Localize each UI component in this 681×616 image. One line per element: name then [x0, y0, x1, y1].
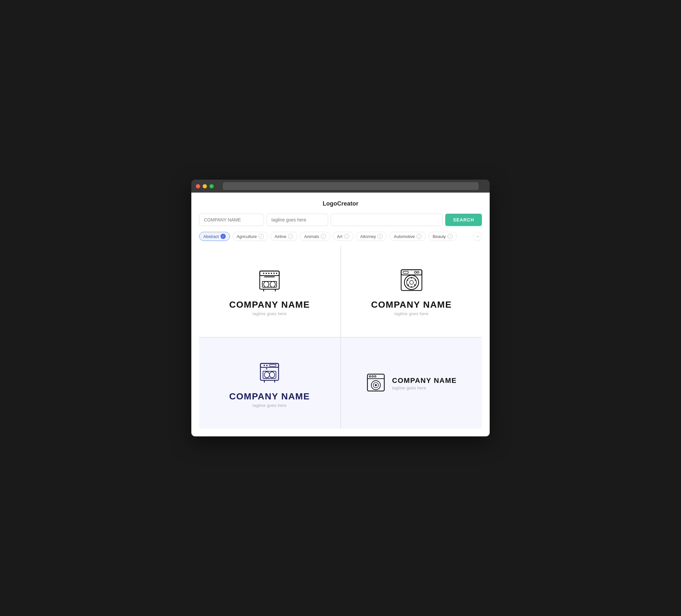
svg-point-3 [266, 273, 267, 274]
svg-point-5 [271, 273, 272, 274]
svg-text:✦: ✦ [265, 367, 268, 370]
logo-grid: COMPANY NAME tagline goes here [199, 246, 482, 429]
svg-point-43 [369, 376, 371, 377]
svg-point-33 [266, 365, 268, 366]
svg-point-37 [264, 372, 270, 378]
filter-chip-art[interactable]: Art [333, 232, 353, 241]
check-icon-art [344, 234, 349, 239]
search-button[interactable]: SEARCH [445, 214, 482, 226]
address-bar[interactable] [223, 182, 479, 190]
check-icon-beauty [448, 234, 453, 239]
svg-point-11 [270, 281, 275, 287]
check-icon-airline [288, 234, 293, 239]
card4-text-block: COMPANY NAME tagline goes here [392, 377, 457, 390]
filter-label: Abstract [203, 234, 219, 239]
svg-rect-34 [270, 364, 276, 366]
browser-titlebar [191, 180, 490, 192]
svg-point-7 [276, 273, 277, 274]
svg-point-19 [414, 272, 417, 273]
svg-point-24 [407, 280, 408, 281]
check-icon-attorney [377, 234, 383, 239]
appliance-icon-3: ✦ [256, 359, 282, 386]
company-name-input[interactable] [199, 214, 264, 226]
svg-point-45 [375, 376, 376, 377]
svg-point-10 [263, 281, 269, 287]
logo-card-2[interactable]: COMPANY NAME tagline goes here [341, 246, 482, 337]
filter-chip-beauty[interactable]: Beauty [428, 232, 457, 241]
filter-chip-automotive[interactable]: Automotive [389, 232, 426, 241]
minimize-button[interactable] [203, 184, 207, 188]
svg-point-4 [268, 273, 270, 274]
svg-point-20 [417, 272, 419, 273]
svg-point-27 [411, 286, 412, 288]
logo-card-3[interactable]: ✦ COMPANY NAME tagline goes here [199, 338, 340, 429]
svg-point-38 [270, 372, 275, 378]
svg-point-48 [375, 384, 377, 386]
tagline-4: tagline goes here [392, 385, 457, 390]
filter-chip-animals[interactable]: Animals [300, 232, 330, 241]
filter-chip-airline[interactable]: Airline [271, 232, 297, 241]
appliance-icon-4 [366, 373, 385, 393]
keyword-input[interactable] [331, 214, 443, 226]
filter-label: Airline [275, 234, 286, 239]
app-content: LogoCreator SEARCH Abstract ✓ Agricultur… [191, 192, 490, 436]
filter-label: Automotive [394, 234, 415, 239]
filter-next-arrow[interactable]: → [473, 232, 482, 241]
svg-point-25 [415, 280, 416, 281]
svg-point-22 [407, 278, 417, 287]
tagline-1: tagline goes here [253, 311, 287, 316]
filter-chip-abstract[interactable]: Abstract ✓ [199, 232, 230, 241]
tagline-2: tagline goes here [394, 311, 428, 316]
filter-label: Art [337, 234, 343, 239]
filter-chip-agriculture[interactable]: Agriculture [232, 232, 268, 241]
svg-point-23 [409, 280, 413, 284]
close-button[interactable] [196, 184, 200, 188]
filter-label: Beauty [433, 234, 446, 239]
filter-chip-attorney[interactable]: Attorney [356, 232, 387, 241]
svg-point-29 [414, 284, 415, 286]
tagline-3: tagline goes here [253, 403, 287, 408]
svg-point-32 [263, 365, 265, 366]
svg-point-26 [411, 277, 412, 279]
maximize-button[interactable] [209, 184, 214, 188]
filter-label: Animals [304, 234, 319, 239]
check-icon-abstract: ✓ [221, 234, 226, 239]
company-name-1: COMPANY NAME [229, 300, 310, 310]
svg-point-6 [273, 273, 275, 274]
check-icon-automotive [417, 234, 422, 239]
filter-bar: Abstract ✓ Agriculture Airline Animals A… [199, 232, 482, 241]
check-icon-animals [321, 234, 326, 239]
svg-point-28 [408, 284, 409, 286]
filter-label: Agriculture [237, 234, 257, 239]
appliance-icon-2 [399, 267, 425, 294]
logo-card-4[interactable]: COMPANY NAME tagline goes here [341, 338, 482, 429]
svg-point-44 [372, 376, 374, 377]
svg-point-2 [263, 273, 264, 274]
browser-window: LogoCreator SEARCH Abstract ✓ Agricultur… [191, 180, 490, 436]
app-title: LogoCreator [199, 200, 482, 207]
logo-card-1[interactable]: COMPANY NAME tagline goes here [199, 246, 340, 337]
company-name-3: COMPANY NAME [229, 391, 310, 402]
company-name-4: COMPANY NAME [392, 377, 457, 385]
appliance-icon-1 [256, 267, 282, 294]
svg-rect-18 [403, 272, 408, 273]
tagline-input[interactable] [267, 214, 328, 226]
search-bar: SEARCH [199, 214, 482, 226]
company-name-2: COMPANY NAME [371, 300, 452, 310]
check-icon-agriculture [258, 234, 263, 239]
filter-label: Attorney [360, 234, 376, 239]
